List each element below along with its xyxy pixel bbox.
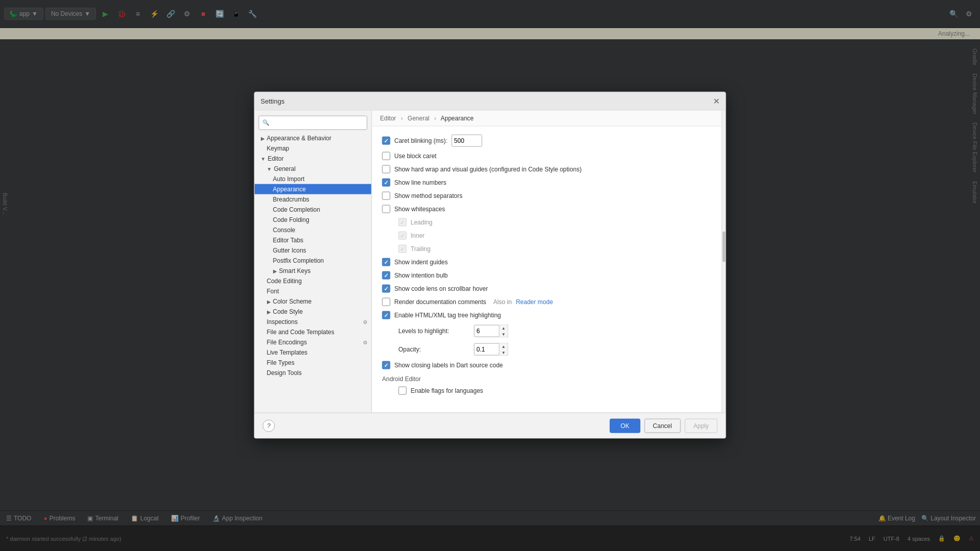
opacity-input[interactable]: [474, 343, 500, 356]
opacity-down-btn[interactable]: ▼: [500, 349, 508, 356]
breadcrumb-sep1: ›: [401, 115, 403, 122]
block-caret-checkbox[interactable]: [382, 152, 390, 160]
opacity-up-btn[interactable]: ▲: [500, 343, 508, 349]
whitespaces-checkbox[interactable]: [382, 205, 390, 213]
sidebar-item-file-types[interactable]: File Types: [255, 358, 372, 368]
intention-bulb-row: Show intention bulb: [382, 271, 712, 280]
item-label: File Encodings: [267, 339, 307, 346]
levels-up-btn[interactable]: ▲: [500, 325, 508, 331]
hard-wrap-row: Show hard wrap and visual guides (config…: [382, 165, 712, 173]
sidebar-item-keymap[interactable]: Keymap: [255, 143, 372, 154]
sidebar-item-general[interactable]: ▼ General: [255, 164, 372, 174]
trailing-label: Trailing: [411, 245, 431, 253]
render-doc-checkbox[interactable]: [382, 298, 390, 306]
expand-arrow: ▶: [267, 309, 271, 314]
settings-dialog: Settings ✕ 🔍 ▶ Appearance & Behavior Key…: [254, 92, 726, 439]
html-tag-checkbox[interactable]: [382, 311, 390, 319]
leading-checkbox[interactable]: [399, 218, 407, 227]
sidebar-item-inspections[interactable]: Inspections ⚙: [255, 317, 372, 327]
item-label: Appearance & Behavior: [267, 135, 332, 142]
expand-arrow: ▼: [261, 156, 266, 161]
sidebar-item-code-style[interactable]: ▶ Code Style: [255, 307, 372, 317]
breadcrumb-general: General: [408, 115, 430, 122]
apply-button[interactable]: Apply: [684, 418, 717, 433]
method-sep-checkbox[interactable]: [382, 192, 390, 200]
inner-row: Inner: [399, 232, 712, 240]
sidebar-item-design-tools[interactable]: Design Tools: [255, 368, 372, 378]
caret-blink-checkbox[interactable]: [382, 137, 390, 145]
sidebar-item-file-code-templates[interactable]: File and Code Templates: [255, 327, 372, 337]
whitespaces-row: Show whitespaces: [382, 205, 712, 213]
hard-wrap-checkbox[interactable]: [382, 165, 390, 173]
levels-row: Levels to highlight: ▲ ▼: [399, 324, 712, 338]
dialog-close-button[interactable]: ✕: [712, 96, 722, 106]
enable-flags-checkbox[interactable]: [399, 387, 407, 395]
item-label: Keymap: [267, 145, 289, 152]
sidebar-item-editor-tabs[interactable]: Editor Tabs: [255, 235, 372, 245]
item-label: Color Scheme: [273, 298, 312, 305]
sidebar-item-appearance[interactable]: Appearance: [255, 184, 372, 194]
line-numbers-row: Show line numbers: [382, 179, 712, 187]
settings-search-input[interactable]: [259, 116, 368, 130]
ok-button[interactable]: OK: [610, 418, 640, 433]
cancel-button[interactable]: Cancel: [644, 418, 680, 433]
sidebar-item-code-editing[interactable]: Code Editing: [255, 276, 372, 286]
sidebar-item-appearance-behavior[interactable]: ▶ Appearance & Behavior: [255, 133, 372, 143]
sidebar-item-color-scheme[interactable]: ▶ Color Scheme: [255, 296, 372, 307]
sidebar-item-breadcrumbs[interactable]: Breadcrumbs: [255, 194, 372, 205]
scrollbar-thumb[interactable]: [723, 231, 726, 262]
hard-wrap-label: Show hard wrap and visual guides (config…: [395, 166, 582, 173]
dialog-titlebar: Settings ✕: [255, 92, 726, 111]
caret-blink-input[interactable]: [452, 135, 482, 147]
help-button[interactable]: ?: [263, 419, 275, 432]
caret-blink-label: Caret blinking (ms):: [395, 137, 448, 144]
sidebar-item-console[interactable]: Console: [255, 225, 372, 235]
inner-checkbox[interactable]: [399, 232, 407, 240]
intention-bulb-checkbox[interactable]: [382, 271, 390, 280]
reader-mode-link[interactable]: Reader mode: [516, 298, 553, 306]
sidebar-item-code-folding[interactable]: Code Folding: [255, 215, 372, 225]
indent-guides-checkbox[interactable]: [382, 258, 390, 266]
item-label: Inspections: [267, 318, 298, 325]
search-icon: 🔍: [262, 119, 270, 126]
code-lens-checkbox[interactable]: [382, 285, 390, 293]
item-label: Editor: [267, 155, 283, 162]
sidebar-item-live-templates[interactable]: Live Templates: [255, 347, 372, 358]
closing-labels-checkbox[interactable]: [382, 361, 390, 369]
item-label: File Types: [267, 359, 295, 366]
sidebar-item-editor[interactable]: ▼ Editor: [255, 154, 372, 164]
sidebar-item-postfix-completion[interactable]: Postfix Completion: [255, 256, 372, 266]
item-label: Auto Import: [273, 176, 305, 183]
trailing-row: Trailing: [399, 245, 712, 253]
levels-spinner: ▲ ▼: [474, 324, 508, 338]
sidebar-item-gutter-icons[interactable]: Gutter Icons: [255, 245, 372, 256]
item-label: Design Tools: [267, 369, 302, 377]
sidebar-item-auto-import[interactable]: Auto Import: [255, 174, 372, 184]
indent-guides-row: Show indent guides: [382, 258, 712, 266]
dialog-body: 🔍 ▶ Appearance & Behavior Keymap ▼ Edito…: [255, 111, 726, 413]
levels-spinner-btns: ▲ ▼: [500, 324, 508, 338]
html-tag-row: Enable HTML/XML tag tree highlighting: [382, 311, 712, 319]
item-label: Appearance: [273, 186, 306, 193]
expand-arrow: ▼: [267, 166, 272, 171]
sidebar-item-smart-keys[interactable]: ▶ Smart Keys: [255, 266, 372, 276]
file-encodings-icon: ⚙: [363, 339, 368, 345]
android-editor-section: Android Editor: [382, 375, 712, 383]
expand-arrow: ▶: [261, 135, 265, 141]
levels-input[interactable]: [474, 325, 500, 337]
breadcrumb-bar: Editor › General › Appearance: [372, 111, 722, 127]
levels-label: Levels to highlight:: [399, 328, 470, 335]
levels-down-btn[interactable]: ▼: [500, 331, 508, 337]
line-numbers-label: Show line numbers: [395, 179, 447, 186]
sidebar-item-file-encodings[interactable]: File Encodings ⚙: [255, 337, 372, 347]
line-numbers-checkbox[interactable]: [382, 179, 390, 187]
trailing-checkbox[interactable]: [399, 245, 407, 253]
scrollbar-track[interactable]: [722, 111, 726, 413]
sidebar-item-code-completion[interactable]: Code Completion: [255, 205, 372, 215]
item-label: Console: [273, 227, 296, 234]
expand-arrow: ▶: [273, 268, 277, 273]
sidebar-item-font[interactable]: Font: [255, 286, 372, 296]
html-tag-label: Enable HTML/XML tag tree highlighting: [395, 312, 501, 319]
item-label: Postfix Completion: [273, 257, 324, 264]
item-label: Font: [267, 288, 279, 295]
